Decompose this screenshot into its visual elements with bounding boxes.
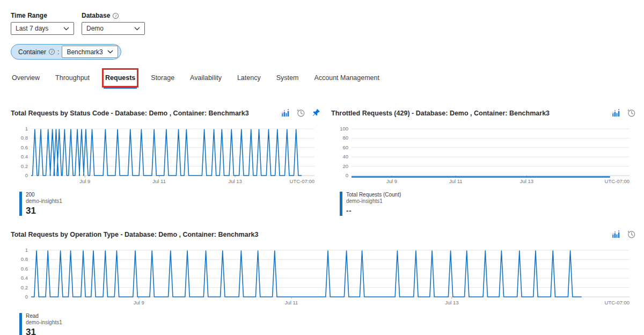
database-label: Database <box>82 12 110 19</box>
svg-text:Jul 13: Jul 13 <box>445 300 458 305</box>
container-value: Benchmark3 <box>67 48 103 56</box>
time-range-value: Last 7 days <box>16 25 48 32</box>
time-range-dropdown[interactable]: Last 7 days <box>11 22 74 35</box>
history-icon[interactable] <box>627 108 636 118</box>
tab-requests[interactable]: Requests <box>105 71 136 85</box>
database-filter: Database i Demo <box>82 12 145 35</box>
chart-card-throttled: Throttled Requests (429) - Database: Dem… <box>331 108 636 216</box>
legend-color-bar <box>19 313 22 335</box>
chart-card-operation-type: Total Requests by Operation Type - Datab… <box>11 230 636 335</box>
history-icon[interactable] <box>296 108 305 118</box>
chart-title: Total Requests by Status Code - Database… <box>11 110 281 117</box>
svg-text:0.2: 0.2 <box>21 285 28 290</box>
legend-color-bar <box>340 192 342 216</box>
legend-total-value: -- <box>346 206 401 216</box>
svg-text:UTC-07:00: UTC-07:00 <box>605 300 630 305</box>
info-icon: i <box>49 49 55 55</box>
metrics-icon[interactable] <box>611 230 620 239</box>
chart-toolbar <box>611 230 636 239</box>
tab-overview[interactable]: Overview <box>11 71 40 85</box>
svg-text:0.6: 0.6 <box>21 266 28 272</box>
svg-text:Jul 11: Jul 11 <box>285 300 298 305</box>
svg-text:Jul 13: Jul 13 <box>228 178 241 184</box>
tab-availability[interactable]: Availability <box>189 71 222 85</box>
svg-text:1: 1 <box>25 247 28 253</box>
chart-legend[interactable]: Readdemo-insights131 <box>19 313 636 335</box>
cosmos-insights-page: Time Range Last 7 days Database i Demo <box>0 0 644 335</box>
svg-text:60: 60 <box>342 144 348 150</box>
time-range-label: Time Range <box>11 12 47 19</box>
chart-legend[interactable]: 200demo-insights131 <box>19 192 321 216</box>
svg-text:0.4: 0.4 <box>21 275 28 281</box>
svg-text:UTC-07:00: UTC-07:00 <box>605 178 630 184</box>
tab-account-management[interactable]: Account Management <box>313 71 380 85</box>
database-dropdown[interactable]: Demo <box>82 22 145 35</box>
database-value: Demo <box>86 25 104 32</box>
info-icon: i <box>113 13 119 19</box>
chart-legend[interactable]: Total Requests (Count)demo-insights1-- <box>340 192 636 216</box>
legend-color-bar <box>19 192 22 216</box>
legend-series-name: 200 <box>26 192 62 198</box>
legend-resource-name: demo-insights1 <box>346 198 401 205</box>
tab-latency[interactable]: Latency <box>237 71 261 85</box>
chevron-down-icon <box>107 50 113 54</box>
chevron-down-icon <box>134 27 140 31</box>
chart-toolbar <box>281 108 321 118</box>
svg-text:0.8: 0.8 <box>21 256 28 262</box>
container-select[interactable]: Benchmark3 <box>62 46 118 58</box>
metrics-icon[interactable] <box>281 108 290 118</box>
legend-total-value: 31 <box>26 327 62 335</box>
svg-text:0: 0 <box>346 172 348 178</box>
svg-text:Jul 9: Jul 9 <box>134 300 144 305</box>
svg-text:Jul 9: Jul 9 <box>79 178 90 184</box>
svg-text:0.2: 0.2 <box>21 163 28 169</box>
tab-system[interactable]: System <box>276 71 299 85</box>
chart-plot[interactable]: 020406080100Jul 9Jul 11Jul 13UTC-07:00 <box>331 124 636 187</box>
tab-storage[interactable]: Storage <box>150 71 175 85</box>
metrics-icon[interactable] <box>611 108 620 118</box>
container-label: Container <box>18 48 46 56</box>
chart-plot[interactable]: 00.20.40.60.81Jul 9Jul 11Jul 13UTC-07:00 <box>11 245 636 309</box>
svg-text:Jul 11: Jul 11 <box>152 178 166 184</box>
chart-card-status-code: Total Requests by Status Code - Database… <box>11 108 321 216</box>
svg-text:UTC-07:00: UTC-07:00 <box>290 178 314 184</box>
svg-text:1: 1 <box>25 126 28 132</box>
chart-toolbar <box>611 108 636 118</box>
filters-row: Time Range Last 7 days Database i Demo <box>11 12 636 35</box>
svg-text:0.4: 0.4 <box>21 154 28 159</box>
legend-resource-name: demo-insights1 <box>26 198 62 205</box>
container-separator: : <box>57 48 59 56</box>
container-filter-pill[interactable]: Container i : Benchmark3 <box>11 44 121 60</box>
svg-text:0.8: 0.8 <box>21 135 28 141</box>
svg-text:100: 100 <box>340 126 348 132</box>
svg-text:80: 80 <box>342 135 348 141</box>
svg-text:Jul 9: Jul 9 <box>386 178 397 184</box>
svg-text:Jul 11: Jul 11 <box>449 178 463 184</box>
legend-resource-name: demo-insights1 <box>26 319 62 326</box>
svg-text:0: 0 <box>25 294 28 300</box>
pin-icon[interactable] <box>312 108 321 118</box>
chart-title: Throttled Requests (429) - Database: Dem… <box>331 110 611 117</box>
chart-plot[interactable]: 00.20.40.60.81Jul 9Jul 11Jul 13UTC-07:00 <box>11 124 321 187</box>
legend-series-name: Total Requests (Count) <box>346 192 401 198</box>
svg-text:20: 20 <box>342 163 348 169</box>
svg-text:0.6: 0.6 <box>21 144 28 150</box>
svg-text:40: 40 <box>342 154 348 159</box>
legend-series-name: Read <box>26 313 62 319</box>
tab-bar: OverviewThroughputRequestsStorageAvailab… <box>11 71 636 85</box>
svg-text:Jul 13: Jul 13 <box>520 178 533 184</box>
time-range-filter: Time Range Last 7 days <box>11 12 74 35</box>
tab-throughput[interactable]: Throughput <box>55 71 90 85</box>
legend-total-value: 31 <box>26 206 62 216</box>
chevron-down-icon <box>63 27 69 31</box>
history-icon[interactable] <box>627 230 636 239</box>
charts-row: Total Requests by Status Code - Database… <box>11 108 636 216</box>
chart-title: Total Requests by Operation Type - Datab… <box>11 231 611 238</box>
svg-text:0: 0 <box>25 172 28 178</box>
